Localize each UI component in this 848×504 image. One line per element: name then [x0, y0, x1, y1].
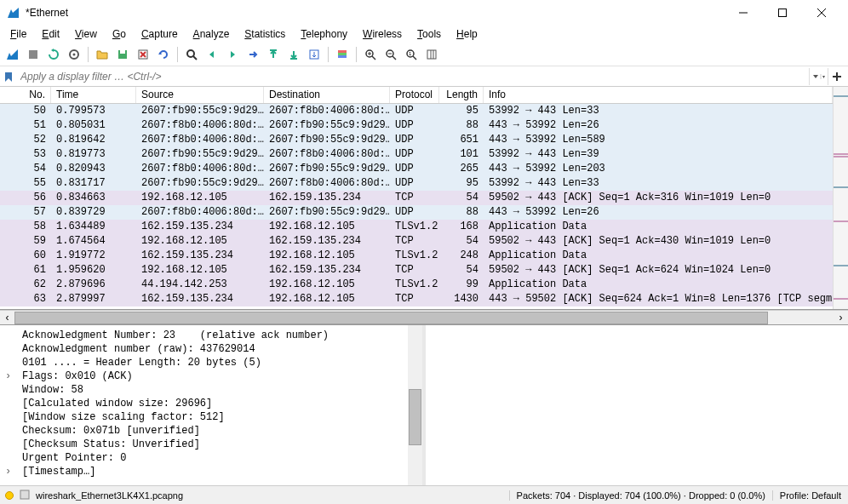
- scroll-right-icon[interactable]: ›: [834, 311, 848, 325]
- svg-line-25: [392, 56, 396, 60]
- packet-minimap[interactable]: [833, 87, 848, 309]
- column-header-protocol[interactable]: Protocol: [390, 87, 439, 103]
- go-to-packet-button[interactable]: [244, 45, 262, 64]
- svg-rect-1: [779, 9, 787, 17]
- filter-add-button[interactable]: [828, 68, 845, 85]
- expert-info-icon[interactable]: [5, 491, 14, 500]
- display-filter-input[interactable]: [17, 69, 805, 84]
- svg-rect-19: [338, 55, 347, 58]
- table-row[interactable]: 632.879997162.159.135.234192.168.12.105T…: [0, 292, 833, 306]
- detail-line[interactable]: [Timestamp…]: [5, 465, 417, 478]
- detail-line[interactable]: [Window size scaling factor: 512]: [5, 410, 417, 424]
- zoom-in-button[interactable]: [361, 45, 380, 64]
- start-capture-button[interactable]: [3, 45, 22, 64]
- table-row[interactable]: 550.8317172607:fb90:55c9:9d29…2607:f8b0:…: [0, 176, 833, 191]
- svg-line-28: [413, 56, 416, 60]
- window-title: *Ethernet: [26, 7, 724, 19]
- svg-rect-17: [338, 50, 347, 53]
- zoom-reset-button[interactable]: 1: [402, 45, 421, 64]
- svg-rect-36: [20, 490, 29, 499]
- table-row[interactable]: 500.7995732607:fb90:55c9:9d29…2607:f8b0:…: [0, 104, 833, 118]
- svg-line-21: [372, 56, 375, 60]
- table-row[interactable]: 540.8209432607:f8b0:4006:80d:…2607:fb90:…: [0, 162, 833, 176]
- bookmark-filter-icon[interactable]: [0, 67, 17, 86]
- packet-list-body[interactable]: 500.7995732607:fb90:55c9:9d29…2607:f8b0:…: [0, 104, 833, 309]
- menu-analyze[interactable]: Analyze: [186, 26, 237, 42]
- packet-list-header[interactable]: No. Time Source Destination Protocol Len…: [0, 87, 833, 104]
- go-back-button[interactable]: [203, 45, 221, 64]
- svg-text:1: 1: [409, 51, 412, 56]
- detail-line[interactable]: Checksum: 0x071b [unverified]: [5, 424, 417, 438]
- detail-line[interactable]: Flags: 0x010 (ACK): [5, 369, 417, 383]
- menu-tools[interactable]: Tools: [410, 26, 448, 42]
- details-vscroll[interactable]: [408, 325, 422, 485]
- table-row[interactable]: 510.8050312607:f8b0:4006:80d:…2607:fb90:…: [0, 118, 833, 133]
- menu-capture[interactable]: Capture: [135, 26, 185, 42]
- column-header-destination[interactable]: Destination: [264, 87, 390, 103]
- detail-line[interactable]: [Calculated window size: 29696]: [5, 397, 417, 410]
- status-file-label: wireshark_Ethernet3LK4X1.pcapng: [36, 490, 183, 501]
- menu-wireless[interactable]: Wireless: [356, 26, 409, 42]
- zoom-out-button[interactable]: [381, 45, 400, 64]
- menubar: FileEditViewGoCaptureAnalyzeStatisticsTe…: [0, 26, 848, 43]
- column-header-source[interactable]: Source: [136, 87, 264, 103]
- go-last-button[interactable]: [284, 45, 303, 64]
- detail-line[interactable]: Window: 58: [5, 383, 417, 397]
- column-header-length[interactable]: Length: [439, 87, 484, 103]
- capture-options-button[interactable]: [65, 45, 83, 64]
- close-file-button[interactable]: [134, 45, 152, 64]
- close-button[interactable]: [802, 0, 841, 26]
- find-packet-button[interactable]: [182, 45, 201, 64]
- resize-columns-button[interactable]: [422, 45, 441, 64]
- toolbar: 1: [0, 43, 848, 66]
- menu-go[interactable]: Go: [106, 26, 133, 42]
- detail-line[interactable]: [Checksum Status: Unverified]: [5, 438, 417, 451]
- column-header-time[interactable]: Time: [51, 87, 136, 103]
- open-file-button[interactable]: [93, 45, 112, 64]
- table-row[interactable]: 530.8197732607:fb90:55c9:9d29…2607:f8b0:…: [0, 147, 833, 162]
- capture-file-icon[interactable]: [19, 489, 31, 502]
- auto-scroll-button[interactable]: [305, 45, 324, 64]
- packet-bytes-pane[interactable]: [426, 325, 848, 485]
- app-icon: [7, 6, 20, 20]
- svg-rect-18: [338, 53, 347, 55]
- packet-list-hscroll[interactable]: ‹ ›: [0, 310, 848, 324]
- menu-view[interactable]: View: [68, 26, 104, 42]
- column-header-no[interactable]: No.: [0, 87, 51, 103]
- status-profile-label[interactable]: Profile: Default: [772, 490, 848, 501]
- table-row[interactable]: 591.674564192.168.12.105162.159.135.234T…: [0, 234, 833, 249]
- table-row[interactable]: 622.87969644.194.142.253192.168.12.105TL…: [0, 278, 833, 292]
- menu-file[interactable]: File: [3, 26, 33, 42]
- table-row[interactable]: 601.919772162.159.135.234192.168.12.105T…: [0, 249, 833, 263]
- filter-bar: [0, 66, 848, 87]
- menu-edit[interactable]: Edit: [35, 26, 66, 42]
- go-forward-button[interactable]: [223, 45, 242, 64]
- menu-statistics[interactable]: Statistics: [238, 26, 292, 42]
- table-row[interactable]: 520.8196422607:f8b0:4006:80d:…2607:fb90:…: [0, 133, 833, 147]
- menu-help[interactable]: Help: [450, 26, 484, 42]
- detail-line[interactable]: Acknowledgment number (raw): 437629014: [5, 342, 417, 356]
- statusbar: wireshark_Ethernet3LK4X1.pcapng Packets:…: [0, 485, 848, 504]
- table-row[interactable]: 581.634489162.159.135.234192.168.12.105T…: [0, 220, 833, 234]
- detail-line[interactable]: 0101 .... = Header Length: 20 bytes (5): [5, 356, 417, 369]
- menu-telephony[interactable]: Telephony: [294, 26, 354, 42]
- go-first-button[interactable]: [264, 45, 283, 64]
- detail-line[interactable]: Urgent Pointer: 0: [5, 451, 417, 465]
- packet-list-pane: No. Time Source Destination Protocol Len…: [0, 87, 848, 310]
- restart-capture-button[interactable]: [44, 45, 63, 64]
- detail-line[interactable]: Acknowledgment Number: 23 (relative ack …: [5, 329, 417, 342]
- reload-file-button[interactable]: [154, 45, 173, 64]
- table-row[interactable]: 560.834663192.168.12.105162.159.135.234T…: [0, 191, 833, 205]
- scroll-left-icon[interactable]: ‹: [0, 311, 14, 325]
- colorize-button[interactable]: [333, 45, 352, 64]
- minimize-button[interactable]: [724, 0, 763, 26]
- svg-line-13: [193, 56, 197, 60]
- table-row[interactable]: 611.959620192.168.12.105162.159.135.234T…: [0, 263, 833, 278]
- save-file-button[interactable]: [113, 45, 132, 64]
- table-row[interactable]: 570.8397292607:f8b0:4006:80d:…2607:fb90:…: [0, 205, 833, 220]
- filter-dropdown-button[interactable]: [809, 68, 826, 85]
- maximize-button[interactable]: [763, 0, 802, 26]
- packet-details-pane[interactable]: Acknowledgment Number: 23 (relative ack …: [0, 325, 422, 485]
- column-header-info[interactable]: Info: [484, 87, 833, 103]
- stop-capture-button[interactable]: [24, 45, 43, 64]
